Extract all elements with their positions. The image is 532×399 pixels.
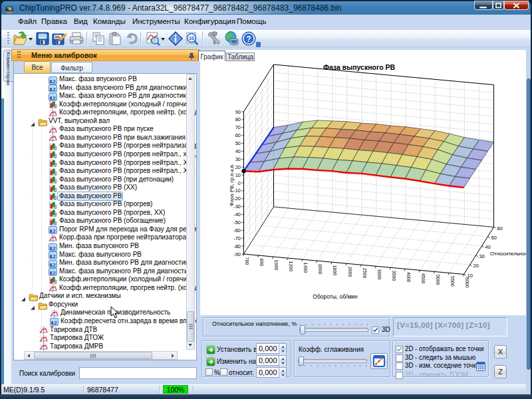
svg-text:2000: 2000 (348, 267, 352, 277)
svg-text:60: 60 (235, 132, 241, 138)
svg-text:?: ? (246, 35, 251, 44)
svg-text:800: 800 (259, 259, 264, 267)
svg-text:20: 20 (235, 164, 241, 170)
svg-text:10: 10 (467, 273, 473, 279)
svg-text:90: 90 (235, 109, 241, 115)
svg-text:1600: 1600 (318, 264, 323, 275)
svg-text:40: 40 (235, 148, 241, 154)
svg-text:5500: 5500 (450, 276, 455, 287)
svg-text:3000: 3000 (377, 269, 382, 280)
svg-text:1200: 1200 (289, 261, 293, 272)
svg-text:40: 40 (485, 244, 491, 250)
svg-text:1400: 1400 (303, 263, 308, 273)
svg-text:1000: 1000 (274, 260, 279, 271)
svg-text:30: 30 (235, 156, 241, 162)
svg-text:10: 10 (189, 36, 194, 41)
svg-text:Обороты, об/мин: Обороты, об/мин (313, 293, 358, 300)
svg-text:-80: -80 (233, 243, 241, 249)
svg-text:2500: 2500 (362, 268, 367, 279)
svg-text:10: 10 (235, 172, 241, 178)
svg-text:1800: 1800 (332, 265, 337, 276)
svg-text:3500: 3500 (392, 271, 396, 281)
svg-text:50: 50 (235, 140, 241, 146)
svg-text:700: 700 (245, 257, 249, 265)
svg-text:-50: -50 (233, 219, 241, 225)
svg-text:80: 80 (235, 116, 241, 122)
svg-text:Относительное н: Относительное н (490, 251, 526, 257)
svg-text:-60: -60 (233, 227, 241, 233)
svg-text:30: 30 (479, 253, 485, 259)
svg-text:60: 60 (497, 225, 503, 231)
svg-text:20: 20 (473, 263, 479, 269)
svg-text:70: 70 (235, 124, 241, 130)
svg-text:5000: 5000 (436, 275, 440, 285)
svg-text:4000: 4000 (406, 272, 411, 283)
svg-text:50: 50 (491, 235, 497, 241)
svg-text:-70: -70 (233, 235, 241, 241)
svg-text:-40: -40 (233, 211, 241, 217)
svg-text:4500: 4500 (421, 273, 426, 284)
svg-text:0: 0 (238, 180, 241, 186)
svg-text:-90: -90 (233, 251, 241, 257)
svg-text:6000: 6000 (465, 277, 469, 288)
svg-text:Фаза выпускного РВ: Фаза выпускного РВ (323, 63, 396, 71)
svg-text:Фаза РВ, гр.п.к.в.: Фаза РВ, гр.п.к.в. (229, 164, 235, 206)
